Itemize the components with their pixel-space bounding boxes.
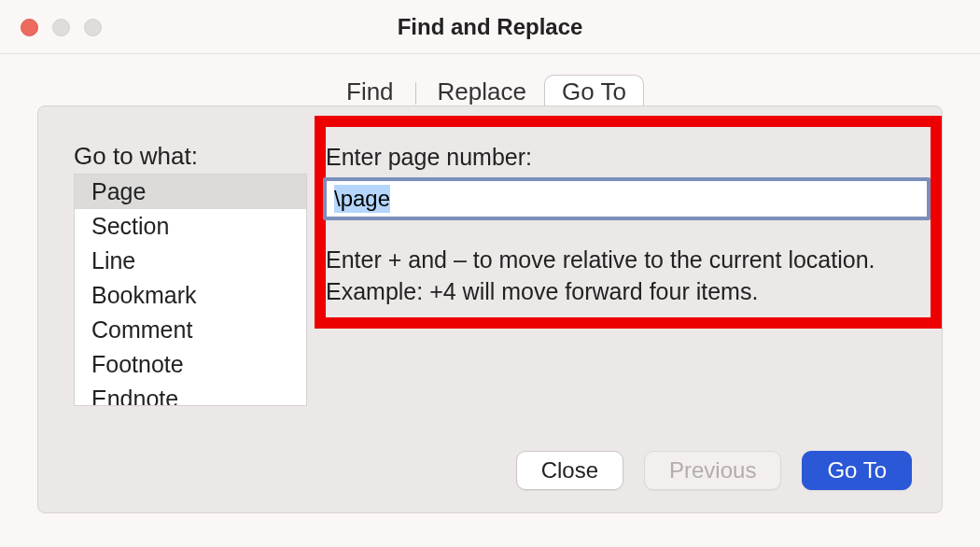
page-number-label: Enter page number: — [326, 144, 532, 171]
list-item[interactable]: Footnote — [75, 347, 306, 382]
hint-text: Enter + and – to move relative to the cu… — [326, 245, 929, 308]
goto-what-list[interactable]: Page Section Line Bookmark Comment Footn… — [74, 174, 307, 406]
list-item[interactable]: Endnote — [75, 382, 306, 406]
window-title: Find and Replace — [0, 14, 980, 40]
list-item[interactable]: Section — [75, 209, 306, 244]
goto-what-label: Go to what: — [74, 142, 198, 171]
page-number-value[interactable]: \page — [334, 185, 390, 213]
goto-button[interactable]: Go To — [802, 451, 912, 490]
list-item[interactable]: Line — [75, 244, 306, 278]
close-button[interactable]: Close — [516, 451, 623, 490]
list-item[interactable]: Page — [75, 175, 306, 209]
previous-button: Previous — [644, 451, 781, 490]
page-number-input[interactable]: \page — [323, 177, 931, 220]
tab-separator — [415, 82, 416, 105]
list-item[interactable]: Comment — [75, 313, 306, 347]
goto-panel: Go to what: Page Section Line Bookmark C… — [37, 105, 943, 513]
titlebar: Find and Replace — [0, 0, 980, 54]
button-row: Close Previous Go To — [516, 451, 912, 490]
list-item[interactable]: Bookmark — [75, 278, 306, 313]
